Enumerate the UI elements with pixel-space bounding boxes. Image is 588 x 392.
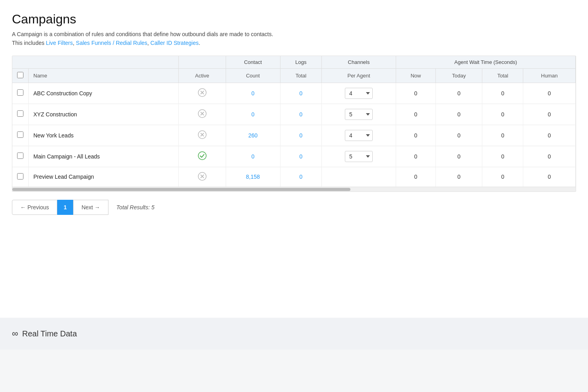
scrollbar-thumb (12, 188, 350, 191)
logs-group-header: Logs (280, 56, 322, 69)
svg-point-3 (198, 152, 206, 160)
sales-funnels-link[interactable]: Sales Funnels / Redial Rules (76, 40, 147, 46)
page-number-1[interactable]: 1 (57, 200, 73, 215)
logs-total[interactable]: 0 (280, 83, 322, 104)
previous-button[interactable]: ← Previous (12, 200, 57, 215)
next-button[interactable]: Next → (73, 200, 108, 215)
active-status[interactable] (178, 146, 226, 167)
human-value: 0 (523, 167, 576, 187)
today-value: 0 (436, 146, 482, 167)
row-checkbox-cell[interactable] (12, 167, 29, 187)
row-checkbox-3[interactable] (17, 131, 23, 138)
today-value: 0 (436, 125, 482, 146)
per-agent-select-3[interactable]: 12345678910 (345, 130, 373, 141)
campaign-name[interactable]: Main Campaign - All Leads (29, 146, 179, 167)
logs-total[interactable]: 0 (280, 125, 322, 146)
human-value: 0 (523, 104, 576, 125)
live-filters-link[interactable]: Live Filters (46, 40, 73, 46)
caller-id-link[interactable]: Caller ID Strategies (151, 40, 199, 46)
infinity-icon: ∞ (12, 328, 18, 339)
per-agent-select-cell[interactable]: 12345678910 (322, 146, 396, 167)
per-agent-select-cell[interactable]: 12345678910 (322, 125, 396, 146)
table-row: ABC Construction Copy 00123456789100000 (12, 83, 576, 104)
select-all-header[interactable] (12, 68, 29, 83)
per-agent-select-cell[interactable]: 12345678910 (322, 104, 396, 125)
now-value: 0 (396, 167, 435, 187)
table-row: Preview Lead Campaign 8,15800000 (12, 167, 576, 187)
row-checkbox-4[interactable] (17, 153, 23, 159)
active-status[interactable] (178, 104, 226, 125)
real-time-section: ∞ Real Time Data (0, 318, 588, 350)
today-col-header: Today (436, 68, 482, 83)
row-checkbox-cell[interactable] (12, 83, 29, 104)
campaigns-table: Contact Logs Channels Agent Wait Time (S… (12, 56, 576, 187)
description-includes: This includes (12, 40, 44, 46)
page-description: A Campaign is a combination of rules and… (12, 30, 576, 48)
active-status[interactable] (178, 125, 226, 146)
active-col-header: Active (178, 68, 226, 83)
row-checkbox-1[interactable] (17, 89, 23, 96)
table-row: New York Leads 2600123456789100000 (12, 125, 576, 146)
select-all-checkbox[interactable] (17, 72, 23, 78)
today-value: 0 (436, 104, 482, 125)
total-value: 0 (482, 167, 523, 187)
inactive-x-icon (198, 134, 207, 140)
contact-count[interactable]: 8,158 (226, 167, 280, 187)
per-agent-select-4[interactable]: 12345678910 (345, 151, 373, 162)
today-value: 0 (436, 83, 482, 104)
name-col-header: Name (29, 68, 179, 83)
inactive-x-icon (198, 176, 207, 182)
total-value: 0 (482, 104, 523, 125)
table-group-header-row: Contact Logs Channels Agent Wait Time (S… (12, 56, 576, 69)
contact-count[interactable]: 0 (226, 104, 280, 125)
campaign-name[interactable]: New York Leads (29, 125, 179, 146)
logs-total-col-header: Total (280, 68, 322, 83)
real-time-label: Real Time Data (22, 329, 77, 338)
description-text: A Campaign is a combination of rules and… (12, 31, 273, 37)
row-checkbox-2[interactable] (17, 110, 23, 117)
active-status[interactable] (178, 83, 226, 104)
campaign-name[interactable]: Preview Lead Campaign (29, 167, 179, 187)
total-value: 0 (482, 146, 523, 167)
horizontal-scrollbar[interactable] (12, 187, 576, 191)
contact-count-col-header: Count (226, 68, 280, 83)
per-agent-select-1[interactable]: 12345678910 (345, 88, 373, 99)
pagination: ← Previous 1 Next → Total Results: 5 (12, 200, 576, 215)
contact-count[interactable]: 0 (226, 83, 280, 104)
contact-count[interactable]: 0 (226, 146, 280, 167)
campaigns-table-wrapper: Contact Logs Channels Agent Wait Time (S… (12, 56, 576, 192)
channels-group-header: Channels (322, 56, 396, 69)
human-value: 0 (523, 83, 576, 104)
logs-total[interactable]: 0 (280, 104, 322, 125)
campaign-name[interactable]: ABC Construction Copy (29, 83, 179, 104)
row-checkbox-cell[interactable] (12, 146, 29, 167)
total-value: 0 (482, 125, 523, 146)
row-checkbox-cell[interactable] (12, 125, 29, 146)
campaign-name[interactable]: XYZ Construction (29, 104, 179, 125)
row-checkbox-cell[interactable] (12, 104, 29, 125)
total-value: 0 (482, 83, 523, 104)
now-value: 0 (396, 146, 435, 167)
agent-wait-time-group-header: Agent Wait Time (Seconds) (396, 56, 575, 69)
table-row: XYZ Construction 00123456789100000 (12, 104, 576, 125)
inactive-x-icon (198, 92, 207, 98)
today-value: 0 (436, 167, 482, 187)
inactive-x-icon (198, 113, 207, 119)
per-agent-select-2[interactable]: 12345678910 (345, 109, 373, 120)
now-value: 0 (396, 104, 435, 125)
human-value: 0 (523, 146, 576, 167)
now-value: 0 (396, 83, 435, 104)
now-col-header: Now (396, 68, 435, 83)
logs-total[interactable]: 0 (280, 167, 322, 187)
contact-group-header: Contact (226, 56, 280, 69)
total-results: Total Results: 5 (116, 204, 155, 210)
human-col-header: Human (523, 68, 576, 83)
table-col-header-row: Name Active Count Total Per Agent Now To… (12, 68, 576, 83)
row-checkbox-5[interactable] (17, 173, 23, 180)
active-status[interactable] (178, 167, 226, 187)
contact-count[interactable]: 260 (226, 125, 280, 146)
active-check-icon (198, 155, 207, 161)
per-agent-select-cell[interactable] (322, 167, 396, 187)
per-agent-select-cell[interactable]: 12345678910 (322, 83, 396, 104)
logs-total[interactable]: 0 (280, 146, 322, 167)
